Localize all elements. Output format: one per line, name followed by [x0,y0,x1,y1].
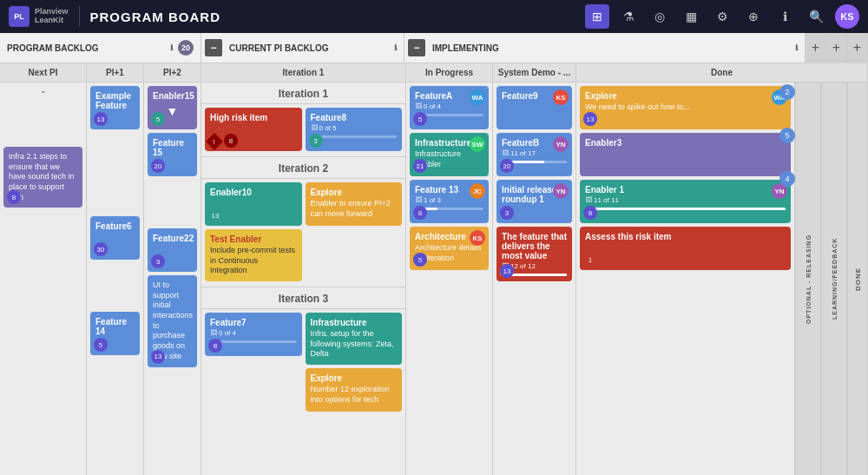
card-feature7[interactable]: Feature7 🖼 0 of 4 8 [205,313,302,356]
user-circle-icon[interactable]: ◎ [648,4,672,29]
col-header-done: Done [576,63,868,82]
card-featureB[interactable]: FeatureB 🖼 11 of 17 20 YN [496,133,572,176]
info-icon[interactable]: ℹ [773,4,797,29]
card-feature14[interactable]: Feature 14 5 [90,312,140,355]
program-backlog-badge: 20 [178,40,194,56]
col-done: Explore We need to spike out how to... 1… [576,82,795,475]
card-badge: 8 [583,206,597,220]
col-next-pi: ⌄ Infra 2.1 steps to ensure that we have… [0,82,87,475]
card-feature13[interactable]: Feature 13 🖼 1 of 3 8 JC [410,180,489,223]
card-featureA[interactable]: FeatureA 🖼 0 of 4 5 WA [410,86,489,129]
label-optional-releasing: OPTIONAL - RELEASING [796,82,821,475]
topnav: PL PlanviewLeanKit PROGRAM BOARD ⊞ ⚗ ◎ ▦… [0,0,868,33]
avatar-yn: YN [553,183,569,199]
iter3-left: Feature7 🖼 0 of 4 8 [205,313,302,415]
implementing-label: IMPLEMENTING [432,43,792,53]
avatar-ks: KS [553,89,569,105]
logo: PL PlanviewLeanKit [9,6,80,27]
card-badge: 13 [208,208,222,222]
card-explore-spike[interactable]: Explore We need to spike out how to... 1… [580,86,791,129]
card-enabler15[interactable]: Enabler15 ▼ 5 [148,86,197,129]
card-badge: 8 [413,206,427,220]
avatar-ks: KS [470,230,485,246]
iteration1-section: Iteration 1 High risk item ! 8 Feature8 [201,82,405,157]
col-header-iter1: Iteration 1 [201,63,406,82]
card-feature22[interactable]: Feature22 3 [148,228,197,272]
section-current-pi: CURRENT PI BACKLOG ℹ [222,33,404,63]
card-the-feature[interactable]: The feature that delivers the most value… [496,227,572,281]
iter3-right: Infrastructure Infra. setup for the foll… [306,313,403,415]
iter2-right: Explore Enabler to ensure PI+2 can move … [306,182,403,285]
search-icon[interactable]: 🔍 [804,4,828,29]
col-header-system-demo: System Demo - ... [493,63,576,82]
card-badge: 3 [309,134,323,148]
board-body: ⌄ Infra 2.1 steps to ensure that we have… [0,82,868,475]
iter1-left: High risk item ! 8 [205,108,302,155]
card-infra[interactable]: Infra 2.1 steps to ensure that we have s… [3,147,82,208]
current-pi-minus-btn[interactable]: − [205,39,222,56]
card-badge: 13 [500,264,514,278]
card-enabler3[interactable]: Enabler3 [580,133,791,176]
card-enabler1[interactable]: Enabler 1 🖼 11 of 11 8 YN [580,180,791,223]
card-badge: 5 [151,112,165,126]
card-badge: 3 [500,206,514,220]
implementing-minus-btn[interactable]: − [408,39,425,56]
card-feature8[interactable]: Feature8 🖼 0 of 5 3 [306,108,403,151]
card-architecture[interactable]: Architecture Architecture details for it… [410,227,489,270]
card-high-risk[interactable]: High risk item ! 8 [205,108,302,151]
card-badge: 5 [94,338,108,352]
filter-icon[interactable]: ⚗ [616,4,641,29]
card-infrastructure-enabler[interactable]: Infrastructure Infrastructure enabler 21… [410,133,489,176]
card-assess-risk[interactable]: Assess this risk item 1 [580,227,791,270]
collapse-btn[interactable]: ⌄ [3,86,82,95]
add-column-btn-3[interactable]: + [847,33,868,63]
grid-icon[interactable]: ⊞ [585,4,609,29]
card-badge: 1 [583,253,597,267]
card-badge: 13 [583,112,597,126]
badge-2: 2 [779,84,795,100]
card-badge: 13 [151,350,165,364]
current-pi-label: CURRENT PI BACKLOG [229,43,391,53]
iter2-left: Enabler10 13 Test Enabler Include pre-co… [205,182,302,285]
add-column-btn-2[interactable]: + [826,33,847,63]
iteration3-label: Iteration 3 [201,289,405,309]
card-feature15[interactable]: Feature 15 20 [148,133,197,176]
col-pi1: Example Feature 13 Feature6 30 Feature 1… [87,82,144,475]
user-plus-icon[interactable]: ⊕ [741,4,766,29]
col-header-in-progress: In Progress [406,63,493,82]
col-header-pi1: PI+1 [87,63,144,82]
label-done-sidebar: DONE [848,82,868,475]
card-explore-number12[interactable]: Explore Number 12 exploration into optio… [306,368,403,412]
right-vertical-labels-2: LEARNING/FEEDBACK [821,82,847,475]
right-vertical-labels: OPTIONAL - RELEASING [795,82,821,475]
col-header-next-pi: Next PI [0,63,87,82]
card-badge: 20 [151,159,165,173]
card-test-enabler[interactable]: Test Enabler Include pre-commit tests in… [205,229,302,281]
card-feature6[interactable]: Feature6 30 [90,216,140,260]
avatar-sw: SW [470,136,485,152]
card-explore-enabler[interactable]: Explore Enabler to ensure PI+2 can move … [306,182,403,226]
board-sections: PROGRAM BACKLOG ℹ 20 − CURRENT PI BACKLO… [0,33,868,63]
card-ui-support[interactable]: UI to support initial interactions to pu… [148,275,197,367]
iteration1-label: Iteration 1 [201,84,405,104]
gear-icon[interactable]: ⚙ [710,4,734,29]
avatar-jc: JC [470,183,485,199]
col-pi2: Enabler15 ▼ 5 Feature 15 20 Feature22 3 … [144,82,201,475]
card-initial-release[interactable]: Initial release roundup 1 3 YN [496,180,572,223]
card-badge: 3 [151,254,165,268]
card-example-feature[interactable]: Example Feature 13 [90,86,140,129]
badge-4: 4 [779,171,795,187]
avatar-wa: WA [470,89,485,105]
avatar[interactable]: KS [835,4,859,29]
card-infrastructure-zeta[interactable]: Infrastructure Infra. setup for the foll… [306,313,403,365]
logo-text: PlanviewLeanKit [35,8,69,25]
program-backlog-label: PROGRAM BACKLOG [7,43,167,53]
add-column-btn-1[interactable]: + [806,33,826,63]
card-enabler10[interactable]: Enabler10 13 [205,182,302,226]
bar-chart-icon[interactable]: ▦ [679,4,703,29]
col-iterations: Iteration 1 High risk item ! 8 Feature8 [201,82,406,475]
card-badge: 5 [413,253,427,267]
avatar-yn: YN [553,136,569,152]
card-badge: 8 [224,134,238,148]
card-feature9[interactable]: Feature9 KS [496,86,572,129]
